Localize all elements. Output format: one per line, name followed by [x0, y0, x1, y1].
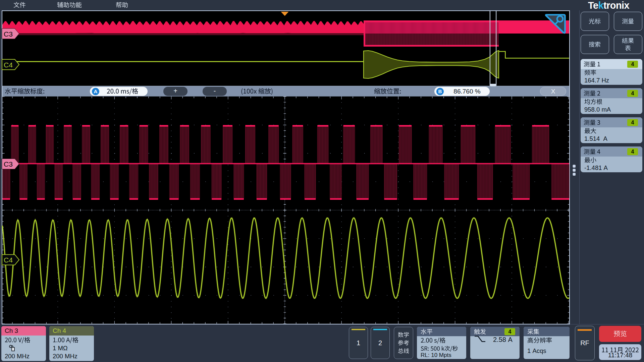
- svg-text:C3: C3: [4, 30, 13, 38]
- svg-text:C4: C4: [4, 256, 13, 264]
- svg-text:C4: C4: [4, 61, 13, 69]
- svg-text:C3: C3: [4, 160, 13, 168]
